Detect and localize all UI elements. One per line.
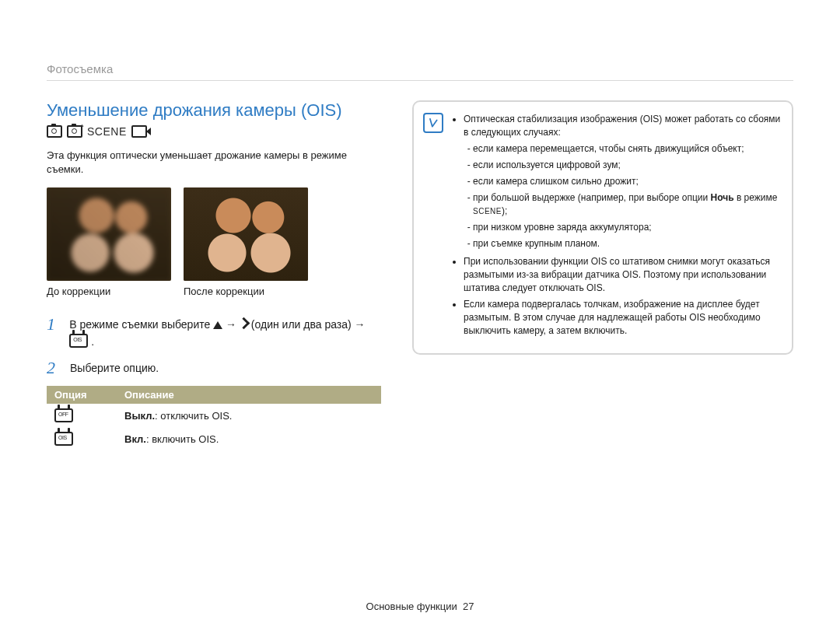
smart-camera-icon: ✦: [67, 125, 82, 138]
ois-menu-icon: OIS: [69, 334, 88, 348]
feature-description: Эта функция оптически уменьшает дрожание…: [47, 149, 381, 177]
footer-section: Основные функции: [366, 601, 457, 612]
caption-after: После коррекции: [184, 285, 308, 297]
option-text: : включить OIS.: [146, 433, 219, 445]
step-1-text: В режиме съемки выберите → (один или два…: [69, 316, 381, 350]
ois-option-icon: OFF: [54, 408, 73, 422]
step-2-text: Выберите опцию.: [70, 359, 159, 377]
page-title: Уменьшение дрожания камеры (OIS): [47, 100, 381, 121]
option-text: : отключить OIS.: [155, 410, 232, 422]
option-icon-cell: OIS: [47, 427, 117, 450]
note-bullet-3: Если камера подвергалась толчкам, изобра…: [464, 298, 781, 338]
options-header-description: Описание: [117, 386, 381, 404]
step-2: 2 Выберите опцию.: [47, 359, 381, 377]
photo-captions: До коррекции После коррекции: [47, 285, 381, 297]
video-icon: [131, 125, 147, 138]
note-subitem: при съемке крупным планом.: [473, 237, 781, 250]
photo-after: [184, 187, 308, 281]
camera-icon: [47, 125, 62, 138]
note-subitem: если камера перемещается, чтобы снять дв…: [473, 142, 781, 156]
photo-before: [47, 187, 171, 281]
note-bullet-2: При использовании функции OIS со штативо…: [464, 255, 781, 295]
note-b1-text: Оптическая стабилизация изображения (OIS…: [464, 114, 780, 138]
options-header-option: Опция: [47, 386, 117, 404]
step-1-arrow-1: →: [226, 318, 240, 331]
option-desc-cell: Вкл.: включить OIS.: [117, 427, 381, 450]
step-2-number: 2: [47, 359, 61, 377]
option-icon-cell: OFF: [47, 404, 117, 427]
note-subitem: при большой выдержке (например, при выбо…: [473, 191, 781, 218]
table-row: OFFВыкл.: отключить OIS.: [47, 404, 381, 427]
mode-icons-row: ✦ SCENE: [47, 125, 381, 138]
option-name: Выкл.: [124, 410, 155, 422]
options-table: Опция Описание OFFВыкл.: отключить OIS.O…: [47, 386, 381, 450]
step-1-number: 1: [47, 316, 60, 350]
caption-before: До коррекции: [47, 285, 171, 297]
note-box: Оптическая стабилизация изображения (OIS…: [412, 100, 793, 355]
ois-option-icon: OIS: [54, 432, 73, 446]
steps-list: 1 В режиме съемки выберите → (один или д…: [47, 316, 381, 377]
option-name: Вкл.: [124, 433, 146, 445]
content-columns: Уменьшение дрожания камеры (OIS) ✦ SCENE…: [47, 100, 793, 450]
step-1-part-d: .: [91, 335, 94, 348]
note-subitem: если используется цифровой зум;: [473, 159, 781, 172]
comparison-photos: [47, 187, 381, 281]
note-subitem: при низком уровне заряда аккумулятора;: [473, 221, 781, 234]
right-column: Оптическая стабилизация изображения (OIS…: [412, 100, 793, 450]
step-1-part-c: (один или два раза) →: [251, 318, 366, 331]
note-subitem: если камера слишком сильно дрожит;: [473, 175, 781, 188]
up-triangle-icon: [213, 321, 222, 329]
footer-page-number: 27: [463, 601, 474, 612]
note-bullet-1: Оптическая стабилизация изображения (OIS…: [464, 113, 781, 250]
note-info-icon: [423, 113, 443, 133]
step-1-part-a: В режиме съемки выберите: [69, 318, 213, 331]
breadcrumb: Фотосъемка: [47, 62, 793, 81]
left-column: Уменьшение дрожания камеры (OIS) ✦ SCENE…: [47, 100, 381, 450]
table-row: OISВкл.: включить OIS.: [47, 427, 381, 450]
option-desc-cell: Выкл.: отключить OIS.: [117, 404, 381, 427]
scene-mode-icon: SCENE: [87, 124, 127, 138]
page-footer: Основные функции 27: [0, 601, 840, 612]
step-1: 1 В режиме съемки выберите → (один или д…: [47, 316, 381, 350]
note-sublist: если камера перемещается, чтобы снять дв…: [464, 142, 781, 250]
manual-page: Фотосъемка Уменьшение дрожания камеры (O…: [0, 0, 840, 634]
